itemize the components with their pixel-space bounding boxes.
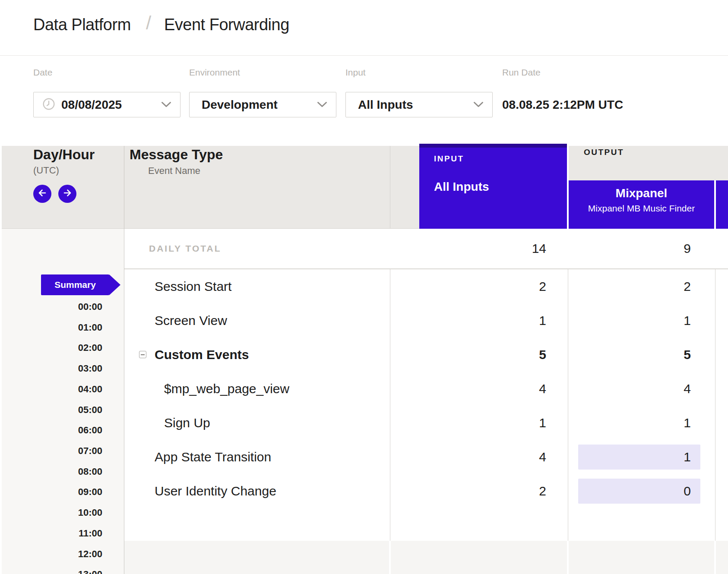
chevron-down-icon	[317, 101, 327, 108]
event-label: Session Start	[155, 279, 231, 294]
input-count: 2	[539, 484, 546, 498]
daily-total-label: DAILY TOTAL	[149, 243, 222, 254]
output-count: 1	[684, 313, 691, 328]
date-filter-label: Date	[33, 67, 52, 78]
column-divider	[714, 541, 716, 574]
previous-day-button[interactable]	[33, 185, 51, 203]
date-value: 08/08/2025	[61, 98, 122, 112]
hour-item[interactable]: 04:00	[0, 384, 102, 395]
input-count: 4	[539, 450, 546, 464]
day-hour-header: Day/Hour	[33, 147, 95, 163]
hour-item[interactable]: 11:00	[0, 528, 102, 539]
output-count: 1	[684, 450, 691, 464]
header-column-gap	[567, 144, 569, 229]
hour-item[interactable]: 08:00	[0, 466, 102, 477]
output-group-label: OUTPUT	[584, 148, 624, 157]
next-output-column-header	[716, 180, 728, 229]
hour-item[interactable]: 03:00	[0, 363, 102, 374]
table-row: $mp_web_page_view 4 4	[124, 372, 728, 406]
output-count: 0	[684, 484, 691, 498]
summary-tab-label: Summary	[54, 280, 96, 290]
output-count: 2	[684, 279, 691, 294]
event-label: User Identity Change	[155, 484, 276, 498]
input-count: 2	[539, 279, 546, 294]
table-row: Custom Events 5 5	[124, 337, 728, 372]
event-label: Sign Up	[164, 416, 210, 430]
daily-total-input-value: 14	[532, 241, 546, 256]
hour-item[interactable]: 06:00	[0, 425, 102, 436]
date-dropdown[interactable]: 08/08/2025	[33, 92, 180, 117]
chevron-down-icon	[473, 101, 484, 108]
table-row: Sign Up 1 1	[124, 406, 728, 440]
daily-total-output-value: 9	[684, 241, 691, 256]
event-label: Custom Events	[155, 347, 249, 362]
message-type-header: Message Type	[130, 147, 223, 163]
input-count: 5	[539, 347, 546, 362]
table-footer-area	[124, 541, 728, 574]
arrow-right-icon	[62, 188, 73, 200]
arrow-left-icon	[37, 188, 47, 200]
hour-item[interactable]: 13:00	[0, 569, 102, 574]
daily-total-row: DAILY TOTAL 14 9	[124, 229, 728, 269]
input-value: All Inputs	[358, 98, 413, 112]
output-count: 1	[684, 416, 691, 430]
page-title: Event Forwarding	[164, 16, 289, 34]
table-row: Session Start 2 2	[124, 269, 728, 303]
clock-icon	[42, 98, 55, 112]
input-filter-label: Input	[345, 67, 366, 78]
hour-item[interactable]: 02:00	[0, 342, 102, 353]
day-hour-timezone: (UTC)	[33, 165, 59, 176]
breadcrumb-separator: /	[146, 12, 151, 34]
output-column-header: Mixpanel Mixpanel MB Music Finder	[569, 180, 714, 229]
hour-item[interactable]: 12:00	[0, 549, 102, 560]
header-column-gap	[714, 180, 716, 229]
hour-item[interactable]: 00:00	[0, 301, 102, 312]
run-date-label: Run Date	[502, 67, 541, 78]
column-divider	[567, 541, 569, 574]
hour-item[interactable]: 10:00	[0, 507, 102, 518]
environment-value: Development	[202, 98, 278, 112]
event-label: App State Transition	[155, 450, 271, 464]
input-count: 4	[539, 382, 546, 396]
table-row: Screen View 1 1	[124, 303, 728, 337]
environment-dropdown[interactable]: Development	[189, 92, 336, 117]
input-column-header: INPUT All Inputs	[419, 144, 567, 229]
output-count: 4	[684, 382, 691, 396]
input-count: 1	[539, 416, 546, 430]
table-row: App State Transition 4 1	[124, 440, 728, 474]
event-name-subheader: Event Name	[148, 165, 200, 177]
highlighted-cell	[578, 479, 700, 504]
column-divider	[389, 541, 391, 574]
environment-filter-label: Environment	[189, 67, 240, 78]
chevron-down-icon	[161, 101, 171, 108]
breadcrumb: Data Platform / Event Forwarding	[0, 0, 728, 56]
hour-item[interactable]: 07:00	[0, 445, 102, 457]
highlighted-cell	[578, 445, 700, 470]
input-column-accent-strip	[419, 144, 567, 148]
hour-item[interactable]: 01:00	[0, 322, 102, 333]
next-day-button[interactable]	[58, 185, 76, 203]
event-forwarding-page: Data Platform / Event Forwarding Date En…	[0, 0, 728, 574]
hour-item[interactable]: 05:00	[0, 404, 102, 416]
summary-tab[interactable]: Summary	[41, 274, 109, 295]
input-group-label: INPUT	[434, 154, 464, 164]
minus-square-icon[interactable]	[139, 351, 146, 358]
run-date-value: 08.08.25 2:12PM UTC	[502, 92, 623, 117]
input-column-name: All Inputs	[434, 180, 489, 194]
output-column-name: Mixpanel	[569, 186, 714, 200]
input-count: 1	[539, 313, 546, 328]
output-connection-name: Mixpanel MB Music Finder	[569, 203, 714, 214]
breadcrumb-section[interactable]: Data Platform	[33, 16, 131, 34]
input-dropdown[interactable]: All Inputs	[345, 92, 493, 117]
event-label: $mp_web_page_view	[164, 382, 289, 396]
hour-item[interactable]: 09:00	[0, 486, 102, 498]
event-label: Screen View	[155, 313, 227, 328]
output-count: 5	[684, 347, 691, 362]
table-row: User Identity Change 2 0	[124, 474, 728, 508]
